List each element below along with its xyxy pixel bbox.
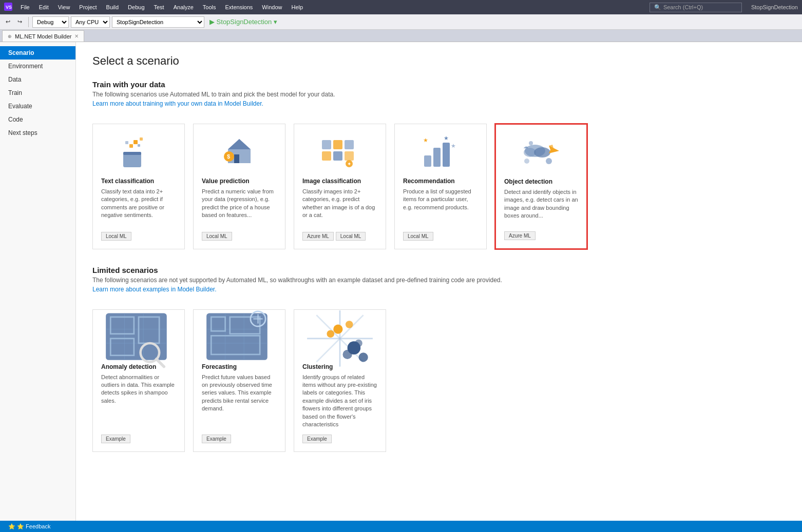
object-detection-badge: Azure ML [504,231,536,240]
svg-rect-6 [129,144,133,148]
clustering-badge: Example [302,435,332,443]
text-classification-title: Text classification [101,178,176,185]
svg-point-33 [529,141,533,145]
card-forecasting[interactable]: Forecasting Predict future values based … [193,309,285,452]
svg-text:★: ★ [451,143,456,149]
page-title: Select a scenario [92,54,786,68]
card-image-classification[interactable]: ✦ Image classification Classify images i… [294,124,386,249]
card-value-prediction[interactable]: $ Value prediction Predict a numeric val… [193,124,285,249]
text-classification-badge: Local ML [101,232,131,241]
redo-btn[interactable]: ↪ [15,17,25,27]
value-prediction-badge: Local ML [202,232,232,241]
svg-rect-8 [125,141,128,144]
card-object-detection[interactable]: ☁ Object detection Detect and identify o… [495,124,587,249]
train-section-link[interactable]: Learn more about training with your own … [92,100,263,107]
clustering-icon [302,318,377,359]
svg-rect-37 [106,313,167,360]
card-recommendation[interactable]: ★ ★ ★ Recommendation Produce a list of s… [394,124,487,249]
forecasting-desc: Predict future values based on previousl… [202,373,277,429]
menu-analyze[interactable]: Analyze [169,3,198,11]
train-section: Train with your data The following scena… [92,80,786,115]
tab-bar: ⊕ ML.NET Model Builder ✕ [0,30,802,42]
value-prediction-icon: $ [202,132,277,173]
object-detection-title: Object detection [504,178,578,185]
nav-item-evaluate[interactable]: Evaluate [0,100,75,113]
content-area: Select a scenario Train with your data T… [76,42,802,532]
value-prediction-title: Value prediction [202,178,277,185]
svg-rect-5 [140,137,143,141]
card-clustering[interactable]: Clustering Identify groups of related it… [294,309,386,452]
menu-tools[interactable]: Tools [199,3,220,11]
nav-item-code[interactable]: Code [0,113,75,126]
forecasting-badge: Example [202,435,231,443]
menu-edit[interactable]: Edit [35,3,53,11]
nav-item-data[interactable]: Data [0,73,75,86]
feedback-button[interactable]: ⭐ ⭐ Feedback [5,523,53,530]
svg-point-66 [359,352,368,362]
search-bar[interactable]: 🔍 Search (Ctrl+Q) [650,3,742,12]
svg-point-63 [346,321,353,328]
undo-btn[interactable]: ↩ [3,17,13,27]
value-prediction-desc: Predict a numeric value from your data (… [202,188,277,226]
svg-rect-16 [345,140,354,149]
run-button[interactable]: ▶ StopSignDetection ▾ [206,17,280,27]
svg-text:✦: ✦ [347,161,351,167]
svg-rect-11 [234,154,239,163]
svg-text:★: ★ [423,137,428,143]
image-classification-badge-azure: Azure ML [302,232,334,241]
toolbar: ↩ ↪ Debug Release Any CPU x64 x86 StopSi… [0,14,802,30]
svg-rect-3 [123,152,141,155]
menu-extensions[interactable]: Extensions [221,3,257,11]
menu-bar: File Edit View Project Build Debug Test … [16,3,307,11]
nav-item-next-steps[interactable]: Next steps [0,126,75,140]
svg-point-34 [546,158,552,164]
tab-label: ML.NET Model Builder [15,33,71,40]
search-icon: 🔍 [654,4,661,11]
project-title: StopSignDetection [751,4,798,10]
feedback-icon: ⭐ [8,523,15,529]
nav-item-scenario[interactable]: Scenario [0,46,75,60]
svg-rect-22 [424,155,431,167]
svg-point-62 [333,324,342,333]
project-select[interactable]: StopSignDetection [112,16,204,28]
svg-text:$: $ [227,153,230,160]
anomaly-detection-title: Anomaly detection [101,363,176,370]
nav-item-train[interactable]: Train [0,86,75,100]
svg-text:★: ★ [444,135,449,141]
anomaly-detection-badge: Example [101,435,130,443]
main-layout: Scenario Environment Data Train Evaluate… [0,42,802,532]
menu-project[interactable]: Project [75,3,101,11]
svg-point-67 [342,349,352,359]
menu-view[interactable]: View [54,3,74,11]
tab-close-icon[interactable]: ✕ [74,33,79,39]
text-classification-desc: Classify text data into 2+ categories, e… [101,188,176,226]
title-bar: VS File Edit View Project Build Debug Te… [0,0,802,14]
svg-rect-7 [138,144,140,147]
menu-test[interactable]: Test [150,3,168,11]
svg-text:VS: VS [6,5,12,10]
limited-section-link[interactable]: Learn more about examples in Model Build… [92,286,216,293]
card-anomaly-detection[interactable]: Anomaly detection Detect abnormalities o… [92,309,185,452]
feedback-label: ⭐ Feedback [17,523,50,529]
platform-select[interactable]: Any CPU x64 x86 [71,16,110,28]
ml-model-builder-tab[interactable]: ⊕ ML.NET Model Builder ✕ [2,30,84,42]
menu-window[interactable]: Window [258,3,286,11]
card-text-classification[interactable]: Text classification Classify text data i… [92,124,185,249]
menu-help[interactable]: Help [287,3,307,11]
clustering-title: Clustering [302,363,377,370]
svg-rect-2 [123,153,141,167]
menu-build[interactable]: Build [102,3,123,11]
menu-debug[interactable]: Debug [124,3,148,11]
recommendation-icon: ★ ★ ★ [403,132,478,173]
image-classification-desc: Classify images into 2+ categories, e.g.… [302,188,377,220]
svg-rect-18 [333,151,342,161]
nav-item-environment[interactable]: Environment [0,60,75,73]
debug-select[interactable]: Debug Release [32,16,69,28]
toolbar-sep-1 [28,17,29,27]
image-classification-badges: Azure ML Local ML [302,226,377,241]
forecasting-icon [202,318,277,359]
limited-cards-row: Anomaly detection Detect abnormalities o… [92,309,786,452]
svg-rect-19 [345,151,354,161]
menu-file[interactable]: File [16,3,34,11]
anomaly-detection-icon [101,318,176,359]
